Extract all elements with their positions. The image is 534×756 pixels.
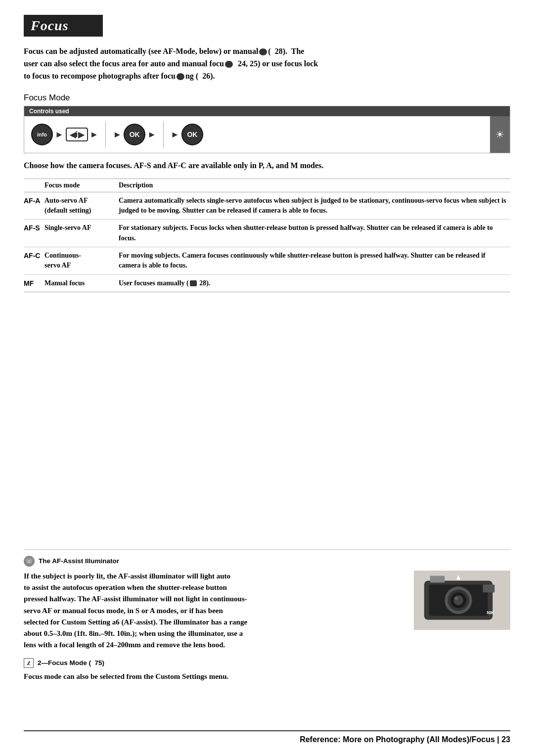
intro-line2: user can also select the focus area for … xyxy=(24,59,318,68)
af-assist-section: ☏ The AF-Assist Illuminator If the subje… xyxy=(24,549,510,651)
svg-rect-8 xyxy=(483,584,495,592)
controls-diagram-box: Controls used info ► ◀ i ▶ ► ► xyxy=(24,106,510,153)
af-assist-icon: ☏ xyxy=(24,556,35,567)
arrow-right-4: ► xyxy=(147,130,156,140)
footer-right: Reference: More on Photography (All Mode… xyxy=(300,735,510,744)
focus-mode-afc: Continuous-servo AF xyxy=(44,247,119,274)
choose-focus-row: Choose how the camera focuses. AF-S and … xyxy=(24,160,510,171)
focus-desc-mf: User focuses manually ( 28). xyxy=(119,274,510,292)
info-button-ctrl: info xyxy=(31,124,53,145)
focus-code-afc: AF-C xyxy=(24,247,44,274)
af-assist-title: The AF-Assist Illuminator xyxy=(39,557,119,565)
intro-paragraph: Focus can be adjusted automatically (see… xyxy=(24,45,510,82)
ok-button-1[interactable]: OK xyxy=(124,124,145,145)
focus-desc-afa: Camera automatically selects single-serv… xyxy=(119,192,510,220)
svg-point-6 xyxy=(453,595,463,605)
focus-custom-note: Focus mode can also be selected from the… xyxy=(24,671,510,682)
table-row: MF Manual focus User focuses manually ( … xyxy=(24,274,510,292)
table-header-row: Focus mode Description xyxy=(24,178,510,192)
arrow-right-1: ► xyxy=(55,130,64,140)
focus-mode-afs: Single-servo AF xyxy=(44,220,119,247)
focus-desc-afs: For stationary subjects. Focus locks whe… xyxy=(119,220,510,247)
focus-mode-note: Z 2—Focus Mode ( 75) xyxy=(24,658,510,668)
arrow-right-5: ► xyxy=(171,130,179,140)
table-row: AF-A Auto-servo AF(default setting) Came… xyxy=(24,192,510,220)
divider-1 xyxy=(105,121,106,148)
table-row: AF-C Continuous-servo AF For moving subj… xyxy=(24,247,510,274)
svg-rect-9 xyxy=(430,576,445,582)
page-title-banner: Focus xyxy=(24,15,103,37)
middle-spacer xyxy=(24,302,510,421)
focus-code-afa: AF-A xyxy=(24,192,44,220)
svg-text:NIK: NIK xyxy=(487,610,494,615)
divider-2 xyxy=(163,121,164,148)
af-assist-header: ☏ The AF-Assist Illuminator xyxy=(24,556,510,567)
controls-used-bar: Controls used xyxy=(24,106,510,116)
focus-mode-afa: Auto-servo AF(default setting) xyxy=(44,192,119,220)
focus-code-mf: MF xyxy=(24,274,44,292)
af-assist-text: If the subject is poorly lit, the AF-ass… xyxy=(24,571,407,651)
page-footer: Reference: More on Photography (All Mode… xyxy=(24,730,510,744)
info-button[interactable]: info xyxy=(31,124,53,145)
camera-svg: NIK xyxy=(414,571,510,630)
arrow-right-2: ► xyxy=(90,130,99,140)
af-assist-camera-image: NIK xyxy=(414,571,510,630)
col-header-desc: Description xyxy=(119,178,510,192)
ok-button-2[interactable]: OK xyxy=(181,124,203,145)
camera-mode-tab: ☀ xyxy=(490,116,510,153)
focus-desc-afc: For moving subjects. Camera focuses cont… xyxy=(119,247,510,274)
i-nav-button[interactable]: ◀ i ▶ xyxy=(66,128,88,141)
focus-code-afs: AF-S xyxy=(24,220,44,247)
svg-point-7 xyxy=(455,597,458,600)
controls-row: info ► ◀ i ▶ ► ► OK ► ► xyxy=(24,116,510,153)
arrow-right-3: ► xyxy=(113,130,122,140)
note-icon: Z xyxy=(24,658,34,668)
note-text: 2—Focus Mode ( 75) xyxy=(38,659,104,667)
page: Focus Focus can be adjusted automaticall… xyxy=(0,0,534,756)
focus-mode-mf: Manual focus xyxy=(44,274,119,292)
intro-line1: Focus can be adjusted automatically (see… xyxy=(24,47,304,55)
page-title: Focus xyxy=(31,18,69,33)
focus-mode-table: Focus mode Description AF-A Auto-servo A… xyxy=(24,178,510,292)
table-row: AF-S Single-servo AF For stationary subj… xyxy=(24,220,510,247)
intro-line3: to focus to recompose photographs after … xyxy=(24,72,215,80)
col-header-mode: Focus mode xyxy=(44,178,119,192)
focus-mode-section-label: Focus Mode xyxy=(24,93,510,103)
col-header-code xyxy=(24,178,44,192)
af-assist-body: If the subject is poorly lit, the AF-ass… xyxy=(24,571,510,651)
